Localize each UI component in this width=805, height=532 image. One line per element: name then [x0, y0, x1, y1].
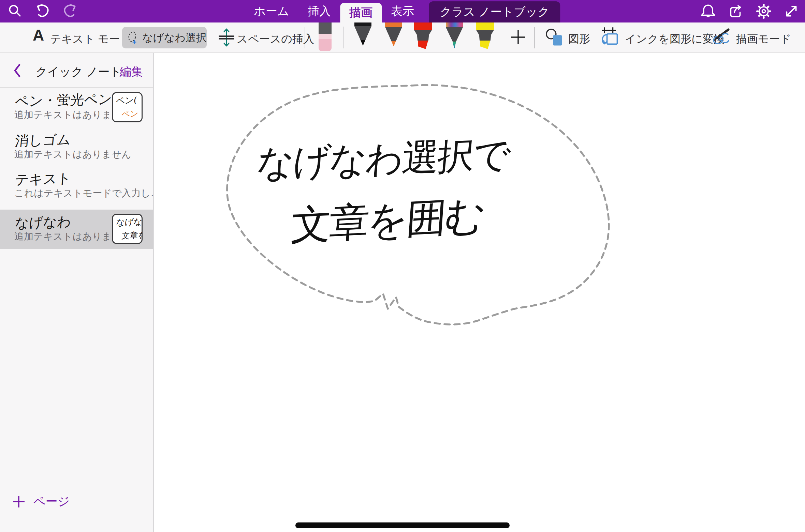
galaxy-pen-tool[interactable]: [445, 22, 464, 49]
home-indicator-bar[interactable]: [295, 522, 510, 528]
black-pen-tool[interactable]: [353, 22, 372, 46]
insert-space-icon[interactable]: [218, 28, 235, 47]
toolbar-divider: [305, 27, 305, 48]
page-title: なげなわ: [14, 212, 72, 232]
tab-draw[interactable]: 描画: [340, 3, 382, 22]
back-chevron-icon[interactable]: [12, 63, 22, 78]
page-subtitle: 追加テキストはありま…: [14, 108, 121, 121]
page-list-item[interactable]: テキスト これはテキストモードで入力し…: [0, 168, 153, 206]
text-mode-button[interactable]: テキスト モード: [50, 32, 131, 47]
insert-space-button[interactable]: スペースの挿入: [237, 32, 314, 47]
draw-toolbar: A テキスト モード なげなわ選択 スペースの挿入: [0, 22, 805, 53]
toolbar-divider-2: [534, 27, 535, 48]
fullscreen-expand-icon[interactable]: [783, 3, 800, 19]
page-subtitle: これはテキストモードで入力し…: [14, 187, 160, 200]
tab-view[interactable]: 表示: [382, 0, 423, 22]
thumbnail-ink-line: ペン: [121, 108, 139, 120]
page-list-item[interactable]: 消しゴム 追加テキストはありません: [0, 129, 153, 167]
settings-gear-icon[interactable]: [756, 3, 772, 19]
share-icon[interactable]: [727, 3, 744, 19]
text-mode-icon: A: [33, 26, 44, 44]
red-marker-tool[interactable]: [413, 22, 433, 50]
yellow-highlighter-tool[interactable]: [475, 22, 495, 50]
thumbnail-ink-line: ペン(: [116, 94, 137, 106]
page-title: 消しゴム: [14, 130, 72, 150]
handwritten-ink-line-2: 文章を囲む: [289, 188, 486, 253]
top-app-bar: ホーム 挿入 描画 表示 クラス ノートブック: [0, 0, 805, 22]
lasso-selection-outline: [155, 53, 805, 532]
edit-button[interactable]: 編集: [120, 64, 143, 80]
pen-divider: [343, 27, 344, 48]
page-thumbnail: なげな 文章を: [112, 214, 143, 244]
tab-insert[interactable]: 挿入: [298, 0, 340, 22]
thumbnail-ink-line: 文章を: [121, 230, 143, 241]
shapes-button[interactable]: 図形: [568, 32, 590, 47]
ribbon-tabs: ホーム 挿入 描画 表示 クラス ノートブック: [245, 0, 560, 22]
lasso-select-button[interactable]: なげなわ選択: [122, 27, 207, 48]
search-icon[interactable]: [7, 3, 23, 19]
draw-mode-hand-icon[interactable]: [711, 27, 731, 47]
lasso-icon: [126, 30, 140, 46]
notebook-section-title: クイック ノート: [35, 64, 121, 80]
plus-icon: [12, 495, 26, 509]
tab-class-notebook[interactable]: クラス ノートブック: [429, 1, 560, 22]
eraser-tool[interactable]: [318, 22, 333, 52]
lasso-select-label: なげなわ選択: [142, 31, 207, 45]
add-page-button[interactable]: ページ: [12, 493, 70, 510]
page-thumbnail: ペン( ペン: [112, 92, 143, 122]
drawing-canvas[interactable]: なげなわ選択で 文章を囲む: [155, 53, 805, 532]
notifications-bell-icon[interactable]: [700, 3, 716, 19]
sidebar-header: クイック ノート 編集: [0, 53, 153, 88]
add-pen-button[interactable]: [510, 29, 527, 46]
thumbnail-ink-line: なげな: [116, 216, 143, 228]
redo-icon[interactable]: [62, 3, 78, 19]
page-subtitle: 追加テキストはありま…: [14, 230, 121, 243]
page-list-item[interactable]: ペン・蛍光ペン 追加テキストはありま… ペン( ペン: [0, 89, 153, 128]
add-page-label: ページ: [33, 493, 70, 510]
page-list-sidebar: クイック ノート 編集 ペン・蛍光ペン 追加テキストはありま… ペン( ペン 消…: [0, 53, 154, 532]
undo-icon[interactable]: [34, 3, 50, 19]
page-list-item-selected[interactable]: なげなわ 追加テキストはありま… なげな 文章を: [0, 210, 153, 249]
draw-mode-button[interactable]: 描画モード: [736, 32, 791, 47]
page-title: ペン・蛍光ペン: [14, 90, 113, 111]
ink-to-shape-icon[interactable]: [599, 26, 619, 48]
page-title: テキスト: [14, 169, 72, 189]
handwritten-ink-line-1: なげなわ選択で: [255, 130, 512, 188]
orange-pen-tool[interactable]: [384, 22, 403, 47]
page-subtitle: 追加テキストはありません: [14, 148, 131, 161]
shapes-icon[interactable]: [545, 28, 564, 47]
ink-to-shape-button[interactable]: インクを図形に変換: [625, 32, 724, 47]
tab-home[interactable]: ホーム: [245, 0, 298, 22]
